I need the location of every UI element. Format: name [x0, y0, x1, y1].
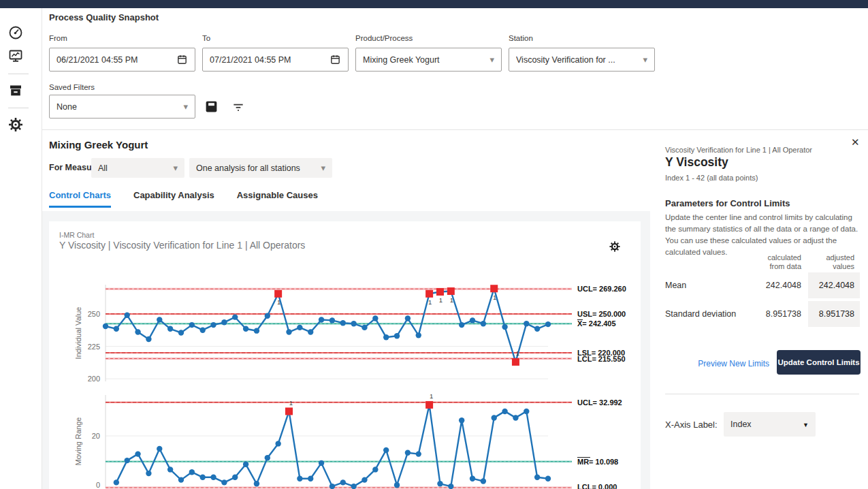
analysis-mode-value: One analysis for all stations [196, 163, 321, 173]
svg-text:USL= 250.000: USL= 250.000 [577, 310, 626, 318]
save-floppy-icon [204, 99, 219, 114]
sidebar-item-analysis[interactable] [7, 48, 25, 65]
svg-text:Individual Value: Individual Value [74, 307, 82, 360]
svg-text:LCL= 215.550: LCL= 215.550 [577, 355, 626, 363]
product-process-label: Product/Process [355, 34, 413, 42]
control-chart-card: I-MR Chart Y Viscosity | Viscosity Verif… [49, 221, 641, 489]
param-column-headers: calculated from data adjusted values [665, 253, 860, 271]
svg-text:250: 250 [88, 310, 100, 318]
param-calculated-value: 242.4048 [743, 281, 801, 290]
calendar-icon[interactable] [176, 54, 188, 65]
param-label: Mean [665, 281, 743, 290]
param-adjusted-input[interactable]: 242.4048 [808, 272, 860, 298]
filter-icon [231, 100, 245, 114]
chevron-down-icon [173, 163, 178, 173]
page-title: Process Quality Snapshot [49, 12, 159, 22]
chevron-down-icon [489, 54, 494, 65]
saved-filters-label: Saved Filters [49, 83, 95, 91]
param-row: Mean242.4048242.4048 [665, 272, 860, 298]
svg-text:1: 1 [493, 294, 496, 301]
product-process-value: Mixing Greek Yogurt [363, 55, 489, 65]
chevron-down-icon [183, 101, 188, 112]
filter-button[interactable] [231, 100, 248, 116]
sidebar [0, 8, 42, 489]
svg-text:UCL= 32.992: UCL= 32.992 [577, 398, 622, 407]
analysis-mode-dropdown[interactable]: One analysis for all stations [189, 158, 332, 178]
top-bar [0, 0, 868, 8]
to-datetime-value: 07/21/2021 04:55 PM [210, 55, 329, 65]
svg-text:UCL= 269.260: UCL= 269.260 [577, 285, 626, 293]
svg-text:LCL= 0.000: LCL= 0.000 [577, 483, 617, 489]
measure-dropdown[interactable]: All [91, 158, 184, 178]
svg-text:1: 1 [439, 296, 443, 304]
gauge-icon [7, 25, 24, 41]
param-rows: Mean242.4048242.4048Standard deviation8.… [665, 272, 860, 330]
settings-gear-icon [7, 116, 24, 133]
tab-capability-analysis[interactable]: Capability Analysis [133, 190, 214, 208]
imr-charts: 250225200Individual ValueUCL= 269.260USL… [49, 221, 641, 489]
adjusted-column-header: adjusted values [808, 253, 860, 271]
chart-monitor-icon [7, 48, 24, 64]
param-label: Standard deviation [665, 309, 743, 319]
chevron-down-icon [643, 54, 647, 65]
panel-title: Y Viscosity [665, 155, 728, 170]
panel-divider [665, 394, 859, 394]
update-control-limits-button[interactable]: Update Control Limits [777, 350, 861, 375]
svg-text:X= 242.405: X= 242.405 [577, 319, 616, 328]
close-panel-button[interactable] [851, 136, 860, 148]
panel-context: Viscosity Verification for Line 1 | All … [665, 146, 812, 154]
tab-control-charts[interactable]: Control Charts [49, 190, 111, 208]
sidebar-divider [8, 108, 29, 108]
process-section-title: Mixing Greek Yogurt [49, 139, 148, 151]
svg-text:20: 20 [92, 432, 100, 440]
sidebar-item-dashboard[interactable] [7, 25, 25, 42]
svg-text:1: 1 [516, 349, 519, 357]
svg-text:1: 1 [289, 399, 293, 407]
svg-text:MR= 10.098: MR= 10.098 [577, 458, 618, 466]
svg-text:Moving Range: Moving Range [74, 417, 82, 466]
station-value: Viscosity Verification for ... [516, 55, 643, 65]
svg-text:1: 1 [277, 298, 280, 306]
svg-text:0: 0 [96, 481, 100, 489]
to-datetime-input[interactable]: 07/21/2021 04:55 PM [202, 48, 349, 72]
chevron-down-icon [321, 163, 325, 173]
from-label: From [49, 34, 67, 42]
svg-text:1: 1 [430, 392, 433, 400]
measure-value: All [98, 163, 173, 173]
svg-text:200: 200 [88, 375, 100, 383]
svg-text:1: 1 [450, 296, 453, 304]
product-process-dropdown[interactable]: Mixing Greek Yogurt [355, 48, 502, 72]
chevron-down-icon [803, 420, 809, 429]
param-adjusted-input[interactable]: 8.951738 [808, 301, 860, 327]
tab-bar: Control ChartsCapability AnalysisAssigna… [49, 190, 318, 208]
sidebar-divider [8, 74, 29, 74]
sidebar-item-settings[interactable] [7, 116, 25, 134]
calendar-icon[interactable] [329, 54, 341, 65]
panel-index-range: Index 1 - 42 (all data points) [665, 174, 758, 182]
param-row: Standard deviation8.9517388.951738 [665, 301, 860, 327]
x-axis-label: X-Axis Label: [665, 420, 718, 430]
to-label: To [202, 34, 210, 42]
save-filter-button[interactable] [204, 99, 221, 116]
x-axis-value: Index [730, 420, 803, 429]
from-datetime-value: 06/21/2021 04:55 PM [57, 55, 176, 65]
parameters-description: Update the center line and control limit… [665, 212, 861, 258]
preview-new-limits-link[interactable]: Preview New Limits [693, 359, 769, 368]
param-calculated-value: 8.951738 [743, 309, 801, 319]
svg-text:225: 225 [88, 343, 100, 351]
tab-assignable-causes[interactable]: Assignable Causes [237, 190, 318, 208]
parameters-section-title: Parameters for Control Limits [665, 198, 790, 208]
calculated-column-header: calculated from data [743, 253, 801, 271]
from-datetime-input[interactable]: 06/21/2021 04:55 PM [49, 48, 195, 72]
sidebar-item-data[interactable] [7, 82, 25, 100]
x-axis-dropdown[interactable]: Index [724, 412, 816, 437]
header-divider [42, 129, 868, 130]
saved-filters-dropdown[interactable]: None [49, 95, 195, 119]
saved-filters-value: None [57, 102, 183, 112]
station-dropdown[interactable]: Viscosity Verification for ... [509, 48, 655, 72]
station-label: Station [509, 34, 533, 42]
archive-box-icon [7, 82, 24, 99]
svg-text:1: 1 [428, 298, 432, 306]
